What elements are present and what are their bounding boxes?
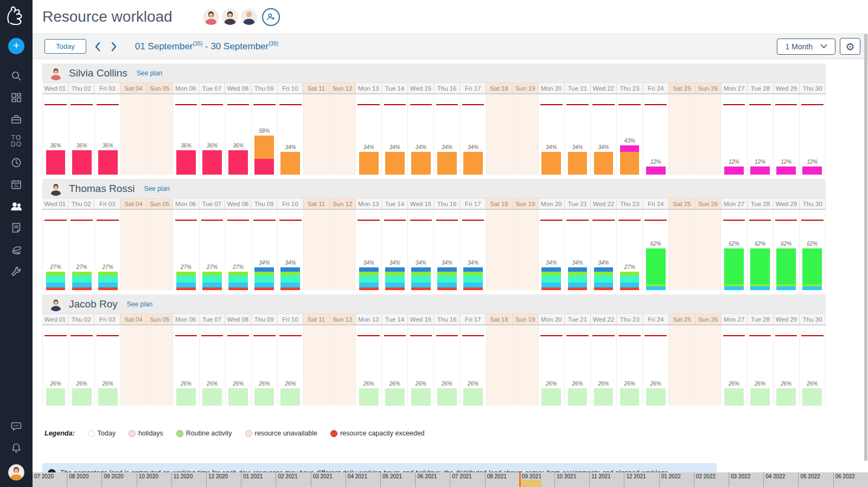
timeline-month-cell[interactable]: 01 2021 xyxy=(241,472,276,487)
timeline-month-cell[interactable]: 09 2021 xyxy=(520,472,554,487)
timeline-month-cell[interactable]: 04 2022 xyxy=(763,472,798,487)
workload-bar[interactable] xyxy=(594,388,614,406)
workload-bar[interactable] xyxy=(280,388,300,406)
workload-bar[interactable] xyxy=(280,152,300,175)
sidebar-item-dashboard-icon[interactable] xyxy=(0,87,33,108)
workload-bar[interactable] xyxy=(46,272,66,290)
workload-bar[interactable] xyxy=(228,150,248,175)
workload-bar[interactable] xyxy=(202,272,222,290)
workload-bar[interactable] xyxy=(385,388,405,406)
workload-bar[interactable] xyxy=(254,136,274,175)
sidebar-item-notifications-icon[interactable] xyxy=(0,437,33,459)
sidebar-item-documents-icon[interactable] xyxy=(0,217,33,239)
timeline-month-cell[interactable]: 06 2021 xyxy=(415,472,450,487)
sidebar-item-messages-icon[interactable] xyxy=(0,415,33,437)
workload-bar[interactable] xyxy=(176,150,196,175)
sidebar-item-agenda-icon[interactable]: 31 xyxy=(0,174,33,195)
workload-bar[interactable] xyxy=(385,267,405,291)
timeline-month-cell[interactable]: 07 2020 xyxy=(33,472,67,487)
header-avatar[interactable] xyxy=(222,9,238,25)
see-plan-link[interactable]: See plan xyxy=(137,69,162,77)
add-resource-button[interactable] xyxy=(262,8,280,26)
timeline-month-cell[interactable]: 04 2021 xyxy=(346,472,380,487)
workload-bar[interactable] xyxy=(411,152,431,175)
see-plan-link[interactable]: See plan xyxy=(127,300,152,308)
workload-bar[interactable] xyxy=(646,248,666,291)
workload-bar[interactable] xyxy=(98,150,118,175)
resource-avatar[interactable] xyxy=(49,66,63,80)
timeline-month-cell[interactable]: 09 2020 xyxy=(101,472,136,487)
workload-bar[interactable] xyxy=(98,388,118,406)
workload-bar[interactable] xyxy=(254,388,274,406)
zoom-select[interactable]: 1 Month xyxy=(777,39,835,55)
workload-bar[interactable] xyxy=(646,388,666,406)
workload-bar[interactable] xyxy=(802,248,822,291)
timeline-month-cell[interactable]: 08 2021 xyxy=(485,472,520,487)
sidebar-item-todo[interactable]: TODO xyxy=(0,130,33,152)
workload-bar[interactable] xyxy=(620,388,640,406)
workload-bar[interactable] xyxy=(463,267,483,291)
workload-bar[interactable] xyxy=(463,152,483,175)
sidebar-item-resources-icon[interactable] xyxy=(0,195,33,217)
prev-period-button[interactable] xyxy=(94,41,102,52)
today-button[interactable]: Today xyxy=(44,39,86,54)
resource-avatar[interactable] xyxy=(49,182,63,196)
workload-bar[interactable] xyxy=(802,388,822,406)
workload-bar[interactable] xyxy=(280,267,300,291)
workload-bar[interactable] xyxy=(463,388,483,406)
workload-bar[interactable] xyxy=(724,166,744,175)
workload-bar[interactable] xyxy=(568,152,588,175)
sidebar-item-tools-icon[interactable] xyxy=(0,260,33,282)
sidebar-item-worklog-icon[interactable] xyxy=(0,152,33,174)
workload-bar[interactable] xyxy=(254,267,274,291)
workload-bar[interactable] xyxy=(72,388,92,406)
workload-bar[interactable] xyxy=(437,267,457,291)
workload-bar[interactable] xyxy=(228,272,248,290)
app-logo-icon[interactable] xyxy=(5,4,28,29)
header-avatar[interactable] xyxy=(241,9,257,25)
workload-bar[interactable] xyxy=(776,166,796,175)
see-plan-link[interactable]: See plan xyxy=(144,185,169,193)
workload-bar[interactable] xyxy=(568,267,588,291)
vertical-scrollbar[interactable] xyxy=(864,34,867,461)
next-period-button[interactable] xyxy=(110,41,118,52)
workload-bar[interactable] xyxy=(359,152,379,175)
timeline-month-cell[interactable]: 11 2020 xyxy=(171,472,206,487)
timeline-month-cell[interactable]: 03 2021 xyxy=(311,472,346,487)
timeline-month-cell[interactable]: 12 2021 xyxy=(624,472,659,487)
workload-bar[interactable] xyxy=(776,248,796,291)
workload-bar[interactable] xyxy=(724,388,744,406)
timeline-month-cell[interactable]: 06 2022 xyxy=(833,472,868,487)
timeline-month-cell[interactable]: 07 2021 xyxy=(450,472,484,487)
workload-bar[interactable] xyxy=(72,272,92,290)
header-avatar[interactable] xyxy=(203,9,219,25)
workload-bar[interactable] xyxy=(72,150,92,175)
workload-bar[interactable] xyxy=(202,388,222,406)
timeline-month-cell[interactable]: 11 2021 xyxy=(589,472,624,487)
workload-bar[interactable] xyxy=(176,388,196,406)
sidebar-item-search-icon[interactable] xyxy=(0,65,33,87)
workload-bar[interactable] xyxy=(750,166,770,175)
workload-bar[interactable] xyxy=(541,152,561,175)
workload-bar[interactable] xyxy=(541,267,561,291)
add-new-button[interactable]: + xyxy=(8,38,24,54)
workload-bar[interactable] xyxy=(176,272,196,290)
workload-bar[interactable] xyxy=(594,267,614,291)
timeline-month-cell[interactable]: 05 2021 xyxy=(380,472,415,487)
workload-bar[interactable] xyxy=(359,388,379,406)
timeline-month-cell[interactable]: 02 2022 xyxy=(694,472,729,487)
workload-bar[interactable] xyxy=(568,388,588,406)
timeline-month-cell[interactable]: 01 2022 xyxy=(659,472,694,487)
workload-bar[interactable] xyxy=(802,166,822,175)
workload-bar[interactable] xyxy=(776,388,796,406)
workload-bar[interactable] xyxy=(202,150,222,175)
timeline-month-cell[interactable]: 12 2020 xyxy=(206,472,241,487)
workload-bar[interactable] xyxy=(646,166,666,175)
workload-bar[interactable] xyxy=(411,388,431,406)
timeline-month-cell[interactable]: 10 2021 xyxy=(554,472,589,487)
workload-bar[interactable] xyxy=(620,145,640,175)
timeline-month-cell[interactable]: 02 2021 xyxy=(276,472,310,487)
workload-bar[interactable] xyxy=(46,150,66,175)
workload-bar[interactable] xyxy=(411,267,431,291)
workload-bar[interactable] xyxy=(437,388,457,406)
